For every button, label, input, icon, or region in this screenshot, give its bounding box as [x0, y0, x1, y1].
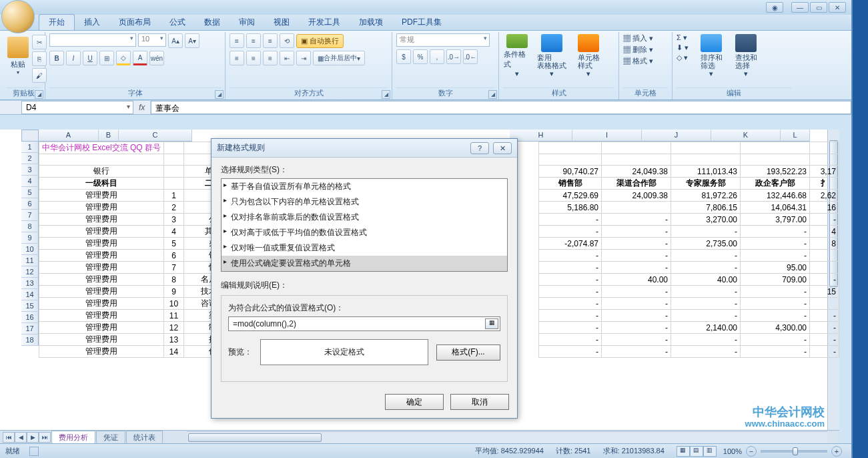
clipboard-launcher[interactable]: ◢	[35, 90, 43, 99]
cell[interactable]: -	[602, 262, 671, 274]
cell[interactable]: 193,522.23	[741, 166, 810, 178]
tab-数据[interactable]: 数据	[195, 15, 230, 30]
col-header-C[interactable]: C	[119, 130, 192, 142]
row-header-10[interactable]: 10	[21, 244, 39, 255]
row-header-4[interactable]: 4	[21, 176, 39, 187]
number-format-combo[interactable]: 常规	[396, 33, 490, 47]
cell[interactable]: -	[539, 226, 602, 238]
zoom-out-button[interactable]: −	[746, 446, 757, 457]
clear-button[interactable]: ◇ ▾	[677, 53, 689, 62]
zoom-in-button[interactable]: +	[831, 446, 842, 457]
cell[interactable]	[602, 142, 671, 154]
phonetic-button[interactable]: wén	[149, 51, 164, 65]
cell[interactable]: 13	[164, 334, 184, 346]
cell[interactable]	[810, 154, 839, 166]
cell[interactable]: 40.00	[671, 274, 741, 286]
cell[interactable]: 管理费用	[39, 274, 164, 286]
cell[interactable]: 管理费用	[39, 310, 164, 322]
font-color-button[interactable]: A	[133, 51, 147, 65]
sheet-tab[interactable]: 统计表	[126, 431, 163, 444]
scroll-thumb[interactable]	[188, 433, 322, 442]
currency-button[interactable]: $	[396, 49, 411, 64]
align-center-button[interactable]: ≡	[246, 51, 261, 65]
rule-type-item[interactable]: 使用公式确定要设置格式的单元格	[222, 256, 507, 271]
cell[interactable]	[810, 262, 839, 274]
cell[interactable]	[539, 154, 602, 166]
tab-公式[interactable]: 公式	[160, 15, 195, 30]
cell[interactable]: -	[602, 286, 671, 298]
increase-decimal-button[interactable]: .0→	[446, 49, 461, 64]
cell[interactable]: 1	[164, 190, 184, 202]
cell[interactable]: -	[810, 346, 839, 358]
tab-审阅[interactable]: 审阅	[230, 15, 264, 30]
cell[interactable]: 4	[164, 226, 184, 238]
cell[interactable]	[810, 142, 839, 154]
rule-type-item[interactable]: 只为包含以下内容的单元格设置格式	[222, 194, 507, 210]
select-all-corner[interactable]	[21, 130, 39, 142]
cell[interactable]: 709.00	[741, 274, 810, 286]
increase-font-button[interactable]: A▴	[168, 33, 183, 48]
col-header-A[interactable]: A	[39, 130, 99, 142]
cell[interactable]: 7,806.15	[671, 202, 741, 214]
font-name-combo[interactable]	[49, 33, 136, 47]
name-box[interactable]: D4	[21, 101, 133, 114]
cell[interactable]: -	[741, 226, 810, 238]
cell[interactable]: 渠道合作部	[602, 178, 671, 190]
fill-color-button[interactable]: ◇	[116, 51, 131, 65]
cell[interactable]	[671, 142, 741, 154]
tab-PDF工具集[interactable]: PDF工具集	[392, 15, 451, 30]
cell[interactable]	[671, 154, 741, 166]
formula-input[interactable]: 董事会	[151, 101, 851, 114]
cell[interactable]: 40.00	[602, 274, 671, 286]
cell[interactable]	[602, 154, 671, 166]
cell[interactable]: 24,049.38	[602, 166, 671, 178]
align-top-button[interactable]: ≡	[230, 33, 244, 48]
copy-button[interactable]: ⎘	[32, 51, 47, 66]
cell[interactable]: 管理费用	[39, 262, 164, 274]
cell[interactable]: -	[602, 310, 671, 322]
format-button[interactable]: 格式(F)...	[436, 345, 500, 361]
format-cells-button[interactable]: ▦ 格式 ▾	[623, 56, 653, 66]
align-right-button[interactable]: ≡	[263, 51, 278, 65]
cell[interactable]: -	[741, 334, 810, 346]
office-button[interactable]	[1, 0, 35, 33]
cell[interactable]: -	[741, 298, 810, 310]
cell[interactable]: 管理费用	[39, 286, 164, 298]
sheet-tab-active[interactable]: 费用分析	[51, 431, 95, 444]
ok-button[interactable]: 确定	[385, 394, 444, 410]
row-header-7[interactable]: 7	[21, 210, 39, 221]
cell[interactable]: 47,529.69	[539, 190, 602, 202]
cell[interactable]: 中华会计网校 Excel交流 QQ 群号	[39, 142, 164, 154]
cell[interactable]: -	[539, 322, 602, 334]
cell[interactable]: -	[671, 262, 741, 274]
cell[interactable]: 管理费用	[39, 322, 164, 334]
cell[interactable]: -	[602, 322, 671, 334]
cell[interactable]	[39, 154, 164, 166]
rule-type-list[interactable]: 基于各自值设置所有单元格的格式只为包含以下内容的单元格设置格式仅对排名靠前或靠后…	[221, 178, 508, 272]
decrease-indent-button[interactable]: ⇤	[280, 51, 294, 65]
row-header-15[interactable]: 15	[21, 300, 39, 312]
font-size-combo[interactable]: 10	[138, 33, 166, 47]
cell[interactable]: 管理费用	[39, 250, 164, 262]
row-header-2[interactable]: 2	[21, 153, 39, 164]
cell[interactable]	[164, 142, 184, 154]
horizontal-scrollbar[interactable]	[187, 431, 827, 443]
format-painter-button[interactable]: 🖌	[32, 68, 47, 83]
rule-type-item[interactable]: 仅对高于或低于平均值的数值设置格式	[222, 225, 507, 240]
cell[interactable]: -	[602, 346, 671, 358]
fill-button[interactable]: ⬇ ▾	[677, 43, 689, 52]
cell[interactable]: -	[602, 298, 671, 310]
align-left-button[interactable]: ≡	[230, 51, 244, 65]
dialog-close-button[interactable]: ✕	[493, 142, 512, 154]
cell[interactable]: 6	[164, 250, 184, 262]
cell[interactable]: 2,735.00	[671, 238, 741, 250]
cell[interactable]: -	[602, 214, 671, 226]
cell[interactable]: 3,17	[810, 166, 839, 178]
cell[interactable]: 16	[810, 202, 839, 214]
comma-button[interactable]: ,	[430, 49, 444, 64]
zoom-thumb[interactable]	[793, 447, 798, 455]
cell[interactable]: 14	[164, 346, 184, 358]
align-bottom-button[interactable]: ≡	[263, 33, 278, 48]
cell[interactable]: 专家服务部	[671, 178, 741, 190]
tab-视图[interactable]: 视图	[264, 15, 299, 30]
